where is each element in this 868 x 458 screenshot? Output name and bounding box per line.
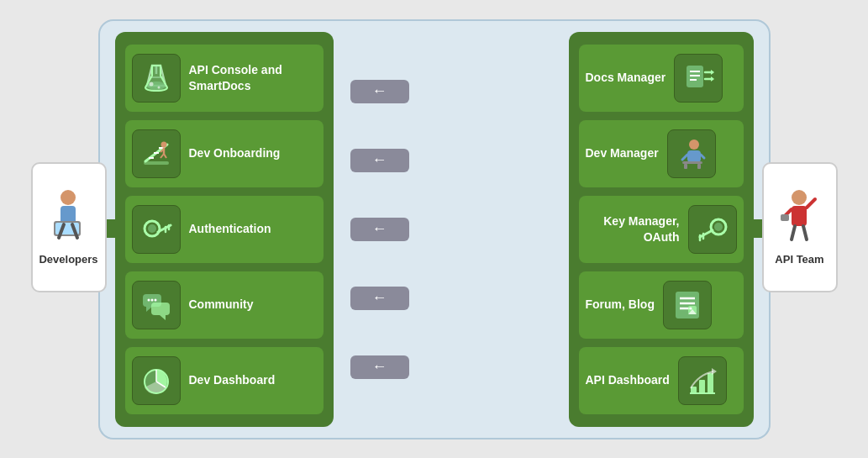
svg-marker-45 [711,76,714,82]
svg-line-21 [164,154,166,158]
row-dev-manager: Dev Manager [579,120,744,187]
arrow-pill-5: ← [350,355,409,379]
svg-rect-12 [144,161,169,165]
docs-icon [682,62,714,94]
svg-point-70 [792,190,807,205]
svg-marker-28 [146,307,152,312]
api-console-label: API Console and SmartDocs [189,62,317,92]
arrow-4: ← [342,265,418,332]
svg-point-54 [714,223,723,231]
dev-manager-label: Dev Manager [586,145,659,161]
barchart-icon [687,365,718,397]
arrow-pill-4: ← [350,287,409,310]
dev-onboarding-icon-box [132,129,181,178]
svg-rect-67 [708,373,713,393]
svg-marker-69 [712,368,717,375]
developer-icon [45,189,92,248]
person-desk-icon [676,138,708,170]
svg-point-23 [148,224,156,233]
escalator-icon [140,138,172,170]
row-dev-onboarding: Dev Onboarding [125,120,324,187]
key-manager-label: Key Manager, OAuth [586,213,680,244]
svg-line-72 [807,199,815,208]
dev-manager-icon-box [667,129,716,178]
forum-blog-label: Forum, Blog [586,297,655,312]
svg-point-32 [150,298,153,301]
left-panel: API Console and SmartDocs [115,32,334,427]
authentication-label: Authentication [189,221,271,236]
docs-manager-icon-box [674,54,723,103]
svg-point-46 [689,140,699,150]
svg-rect-47 [687,150,701,162]
api-team-label: API Team [775,253,823,266]
dev-onboarding-label: Dev Onboarding [189,145,281,161]
dev-dashboard-icon-box [132,356,181,405]
docs-manager-label: Docs Manager [586,70,666,85]
arrow-2: ← [342,127,418,194]
svg-rect-58 [676,292,699,318]
authentication-icon-box [132,205,181,254]
community-label: Community [189,297,254,312]
list-doc-icon [671,289,703,321]
row-key-manager: Key Manager, OAuth [579,196,744,263]
svg-point-10 [149,82,153,86]
key-manager-icon-box [688,205,737,254]
community-icon-box [132,281,181,329]
svg-rect-48 [682,161,702,164]
svg-point-0 [60,190,76,205]
row-dev-dashboard: Dev Dashboard [125,347,324,414]
svg-marker-30 [160,315,166,320]
svg-rect-74 [781,214,789,221]
developer-label: Developers [39,253,97,266]
api-dashboard-label: API Dashboard [586,372,670,387]
forum-blog-icon-box [663,281,712,329]
svg-line-51 [682,155,687,160]
svg-marker-43 [711,70,714,75]
svg-rect-71 [792,206,807,226]
row-authentication: Authentication [125,196,324,263]
key2-icon [697,213,729,245]
row-api-console: API Console and SmartDocs [125,45,324,112]
arrow-pill-3: ← [350,218,409,241]
svg-point-33 [154,298,156,301]
middle-arrows: ← ← ← ← ← [342,32,418,427]
svg-point-63 [689,307,692,309]
developer-figure: Developers [31,162,107,292]
flask-icon [140,62,172,94]
arrow-5: ← [342,334,418,401]
row-docs-manager: Docs Manager [579,45,744,112]
arrow-pill-2: ← [350,149,409,172]
svg-rect-50 [697,164,701,169]
svg-line-52 [701,155,704,158]
api-dashboard-icon-box [678,356,727,405]
row-api-dashboard: API Dashboard [579,347,744,414]
row-community: Community [125,271,324,339]
piechart-icon [140,365,172,397]
svg-point-11 [157,86,160,88]
dev-dashboard-label: Dev Dashboard [189,372,276,387]
api-team-figure: API Team [762,162,838,292]
svg-line-55 [700,230,713,237]
svg-point-31 [147,298,150,301]
svg-line-76 [803,226,807,240]
arrow-3: ← [342,196,418,263]
svg-line-75 [792,226,795,240]
chat-icon [140,289,172,321]
diagram-container: Developers API Console and SmartDocs [31,11,838,448]
arrow-pill-1: ← [350,80,409,103]
svg-point-17 [160,141,166,147]
row-forum-blog: Forum, Blog [579,271,744,339]
api-console-icon-box [132,54,181,103]
key-icon [140,213,172,245]
arrow-1: ← [342,58,418,125]
api-team-icon [776,189,823,248]
svg-rect-29 [151,303,170,315]
svg-rect-66 [699,380,705,393]
right-panel: Docs Manager Dev Manager [569,32,754,427]
svg-rect-49 [684,164,687,169]
